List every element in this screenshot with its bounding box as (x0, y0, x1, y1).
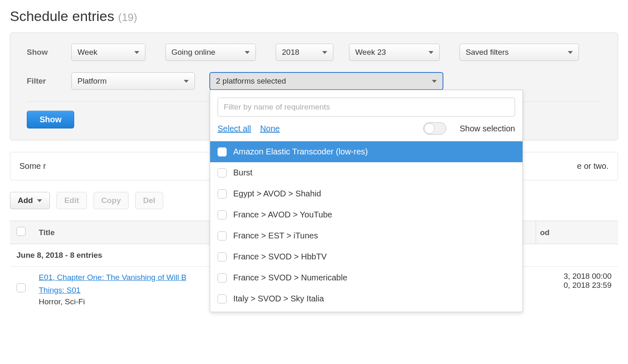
status-select[interactable]: Going online (165, 44, 256, 61)
caret-icon (245, 51, 250, 54)
platform-option[interactable]: Italy > SVOD > Sky Italia (210, 288, 523, 309)
caret-icon (429, 51, 434, 54)
caret-icon (432, 80, 437, 83)
entry-subtitle-link[interactable]: Things: S01 (39, 286, 80, 294)
caret-icon (184, 80, 189, 83)
checkbox-icon[interactable] (218, 168, 227, 177)
platforms-option-list: Amazon Elastic Transcoder (low-res) Burs… (210, 141, 523, 309)
edit-button[interactable]: Edit (56, 192, 87, 209)
caret-icon (134, 51, 139, 54)
platform-option[interactable]: France > SVOD > HbbTV (210, 246, 523, 267)
platform-option-label: France > SVOD > Numericable (233, 273, 347, 282)
period-column-header[interactable]: od (536, 221, 618, 244)
checkbox-icon[interactable] (218, 210, 227, 219)
caret-icon (568, 51, 573, 54)
show-selection-label: Show selection (459, 124, 515, 133)
caret-icon (37, 199, 42, 202)
select-all-checkbox[interactable] (16, 227, 26, 236)
saved-filters-value: Saved filters (466, 48, 509, 57)
period-from: 3, 2018 00:00 (542, 272, 612, 281)
select-none-link[interactable]: None (260, 124, 280, 133)
view-select[interactable]: Week (71, 44, 145, 61)
platform-option[interactable]: France > SVOD > Numericable (210, 267, 523, 288)
platform-option[interactable]: France > EST > iTunes (210, 225, 523, 246)
checkbox-icon[interactable] (218, 273, 227, 282)
row-checkbox[interactable] (16, 283, 26, 292)
page-title-count: (19) (118, 11, 137, 23)
page-title: Schedule entries (19) (10, 8, 618, 24)
week-select-value: Week 23 (355, 48, 386, 57)
platform-option-label: Italy > SVOD > Sky Italia (233, 294, 324, 303)
platform-option-label: Burst (233, 168, 253, 177)
select-all-link[interactable]: Select all (218, 124, 251, 133)
checkbox-icon[interactable] (218, 294, 227, 303)
platforms-dropdown: Select all None Show selection Amazon El… (210, 90, 523, 312)
show-label: Show (27, 48, 64, 57)
week-select[interactable]: Week 23 (349, 44, 440, 61)
platform-option[interactable]: Amazon Elastic Transcoder (low-res) (210, 141, 523, 162)
saved-filters-select[interactable]: Saved filters (459, 44, 579, 61)
platforms-select-value: 2 platforms selected (216, 77, 286, 86)
select-all-header (10, 221, 32, 244)
caret-icon (322, 51, 327, 54)
filter-by-select[interactable]: Platform (71, 72, 195, 90)
year-select[interactable]: 2018 (276, 44, 333, 61)
period-to: 0, 2018 23:59 (542, 281, 612, 290)
filter-label: Filter (27, 77, 64, 86)
add-button[interactable]: Add (10, 192, 50, 209)
platform-option-label: France > SVOD > HbbTV (233, 252, 327, 261)
filter-row: Filter Platform 2 platforms selected Sel… (27, 72, 601, 90)
platforms-search-input[interactable] (218, 98, 515, 117)
platform-option-label: France > EST > iTunes (233, 231, 318, 240)
platform-option[interactable]: France > AVOD > YouTube (210, 204, 523, 225)
checkbox-icon[interactable] (218, 231, 227, 240)
filter-panel: Show Week Going online 2018 Week 23 Save… (10, 33, 618, 140)
show-button[interactable]: Show (27, 111, 74, 128)
platform-option-label: Amazon Elastic Transcoder (low-res) (233, 147, 368, 156)
status-select-value: Going online (171, 48, 216, 57)
view-select-value: Week (77, 48, 97, 57)
platforms-select[interactable]: 2 platforms selected (210, 72, 443, 90)
delete-button[interactable]: Del (135, 192, 163, 209)
platform-option[interactable]: Burst (210, 162, 523, 183)
page-title-text: Schedule entries (10, 8, 114, 24)
year-select-value: 2018 (282, 48, 299, 57)
checkbox-icon[interactable] (218, 189, 227, 198)
platform-option-label: France > AVOD > YouTube (233, 210, 332, 219)
show-row: Show Week Going online 2018 Week 23 Save… (27, 44, 601, 61)
platform-option[interactable]: Egypt > AVOD > Shahid (210, 183, 523, 204)
show-selection-toggle[interactable] (423, 122, 446, 135)
checkbox-icon[interactable] (218, 252, 227, 261)
copy-button[interactable]: Copy (94, 192, 129, 209)
checkbox-icon[interactable] (218, 147, 227, 156)
platform-option-label: Egypt > AVOD > Shahid (233, 189, 321, 198)
filter-by-value: Platform (77, 77, 107, 86)
